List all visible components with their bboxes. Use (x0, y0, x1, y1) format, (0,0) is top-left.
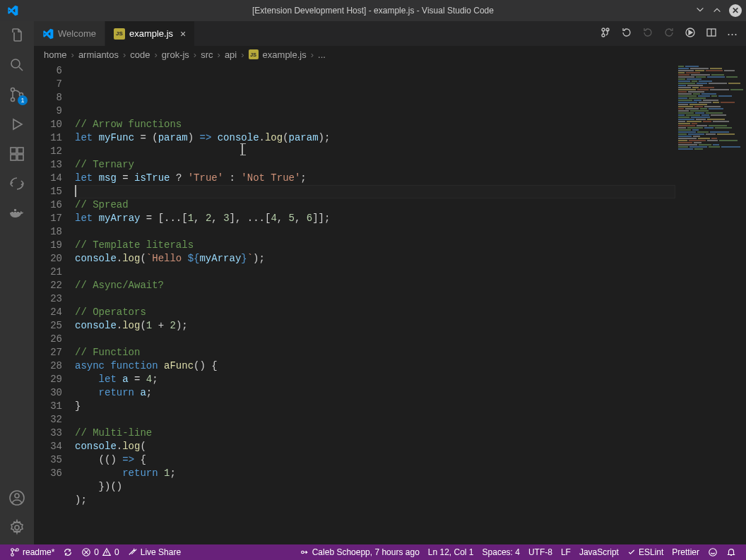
docker-icon[interactable] (8, 205, 25, 222)
code-line[interactable]: // Ternary (75, 158, 675, 172)
line-number: 32 (34, 413, 62, 427)
code-line[interactable]: let myFunc = (param) => console.log(para… (75, 131, 675, 145)
tab-welcome[interactable]: Welcome (34, 21, 105, 46)
eslint[interactable]: ESLint (623, 547, 668, 557)
code-line[interactable] (75, 225, 675, 239)
remote-icon[interactable] (8, 175, 25, 192)
code-line[interactable]: } (75, 400, 675, 413)
svg-rect-7 (18, 148, 23, 153)
line-number: 16 (34, 198, 62, 212)
code-line[interactable]: console.log(1 + 2); (75, 319, 675, 333)
debug-icon[interactable] (8, 116, 25, 133)
scm-icon[interactable]: 1 (8, 86, 25, 103)
code-line[interactable]: // Template literals (75, 239, 675, 252)
window-title: [Extension Development Host] - example.j… (252, 6, 494, 16)
code-line[interactable]: return a; (75, 386, 675, 400)
code-line[interactable]: // Function (75, 346, 675, 359)
line-number: 7 (34, 78, 62, 91)
line-number: 29 (34, 373, 62, 386)
bell-icon[interactable] (722, 547, 740, 557)
run-icon[interactable] (685, 27, 696, 40)
prettier[interactable]: Prettier (668, 547, 704, 557)
liveshare[interactable]: Live Share (124, 544, 185, 560)
code-line[interactable] (75, 145, 675, 158)
code-line[interactable]: ); (75, 494, 675, 507)
breadcrumb-item[interactable]: armiantos (78, 49, 119, 60)
indentation[interactable]: Spaces: 4 (478, 547, 524, 557)
line-number: 31 (34, 400, 62, 413)
code-line[interactable]: return 1; (75, 467, 675, 480)
code-line[interactable]: (() => { (75, 453, 675, 467)
git-blame[interactable]: Caleb Schoepp, 7 hours ago (295, 547, 424, 557)
code-line[interactable]: async function aFunc() { (75, 359, 675, 373)
code-line[interactable]: // Arrow functions (75, 118, 675, 131)
minimize-icon[interactable] (695, 5, 705, 17)
code-line[interactable]: let msg = isTrue ? 'True' : 'Not True'; (75, 172, 675, 185)
breadcrumb-item[interactable]: ... (318, 49, 326, 60)
accounts-icon[interactable] (8, 489, 25, 506)
svg-point-15 (602, 28, 605, 31)
code-line[interactable]: // Spread (75, 198, 675, 212)
explorer-icon[interactable] (8, 27, 25, 44)
line-number: 21 (34, 266, 62, 279)
revert-icon[interactable] (621, 27, 632, 40)
settings-gear-icon[interactable] (8, 519, 25, 536)
code-line[interactable] (75, 507, 675, 520)
code-line[interactable] (75, 266, 675, 279)
js-file-icon: JS (249, 49, 259, 59)
tab-label: example.js (129, 28, 173, 39)
breadcrumbs[interactable]: home› armiantos› code› grok-js› src› api… (34, 46, 746, 63)
code-line[interactable]: console.log(`Hello ${myArray}`); (75, 252, 675, 266)
feedback-icon[interactable] (704, 547, 722, 557)
line-number: 26 (34, 333, 62, 346)
tab-close-icon[interactable]: × (180, 28, 186, 40)
code-line[interactable]: // Operators (75, 306, 675, 319)
code-line[interactable]: console.log( (75, 440, 675, 453)
code-line[interactable] (75, 292, 675, 306)
breadcrumb-item[interactable]: api (225, 49, 237, 60)
more-icon[interactable]: ⋯ (727, 28, 738, 40)
language[interactable]: JavaScript (575, 547, 623, 557)
maximize-icon[interactable] (712, 5, 722, 17)
breadcrumb-item[interactable]: grok-js (162, 49, 189, 60)
split-editor-icon[interactable] (706, 27, 717, 40)
js-file-icon: JS (114, 28, 125, 40)
close-icon[interactable]: ✕ (729, 4, 742, 17)
encoding[interactable]: UTF-8 (524, 547, 557, 557)
search-icon[interactable] (8, 56, 25, 73)
code-line[interactable]: // Multi-line (75, 427, 675, 440)
code-line[interactable] (75, 333, 675, 346)
gutter: 6789101112131415161718192021222324252627… (34, 63, 75, 544)
breadcrumb-item[interactable]: example.js (263, 49, 307, 60)
code-line[interactable] (75, 185, 675, 198)
code-line[interactable]: let myArray = [...[1, 2, 3], ...[4, 5, 6… (75, 212, 675, 225)
code-line[interactable]: // Async/Await? (75, 279, 675, 292)
git-branch[interactable]: readme* (6, 544, 59, 560)
line-number: 6 (34, 64, 62, 78)
code-line[interactable] (75, 413, 675, 427)
sync-button[interactable] (59, 544, 77, 560)
problems[interactable]: 0 0 (77, 544, 123, 560)
svg-rect-11 (14, 209, 16, 211)
line-number: 17 (34, 212, 62, 225)
code-line[interactable]: })() (75, 480, 675, 494)
breadcrumb-item[interactable]: home (44, 49, 67, 60)
extensions-icon[interactable] (8, 145, 25, 162)
cursor-position[interactable]: Ln 12, Col 1 (424, 547, 478, 557)
eol[interactable]: LF (557, 547, 575, 557)
editor[interactable]: 6789101112131415161718192021222324252627… (34, 63, 746, 544)
code-line[interactable] (75, 105, 675, 118)
line-number: 9 (34, 105, 62, 118)
text-cursor-icon (242, 143, 243, 155)
code-line[interactable]: let a = 4; (75, 373, 675, 386)
compare-icon[interactable] (600, 27, 611, 40)
breadcrumb-item[interactable]: src (201, 49, 213, 60)
next-change-icon[interactable] (663, 27, 675, 40)
tab-example-js[interactable]: JS example.js × (105, 21, 195, 46)
line-number: 36 (34, 467, 62, 480)
breadcrumb-item[interactable]: code (130, 49, 150, 60)
minimap[interactable] (675, 63, 746, 544)
tabbar: Welcome JS example.js × ⋯ (34, 21, 746, 46)
prev-change-icon[interactable] (642, 27, 653, 40)
code-area[interactable]: // Arrow functionslet myFunc = (param) =… (75, 63, 675, 544)
